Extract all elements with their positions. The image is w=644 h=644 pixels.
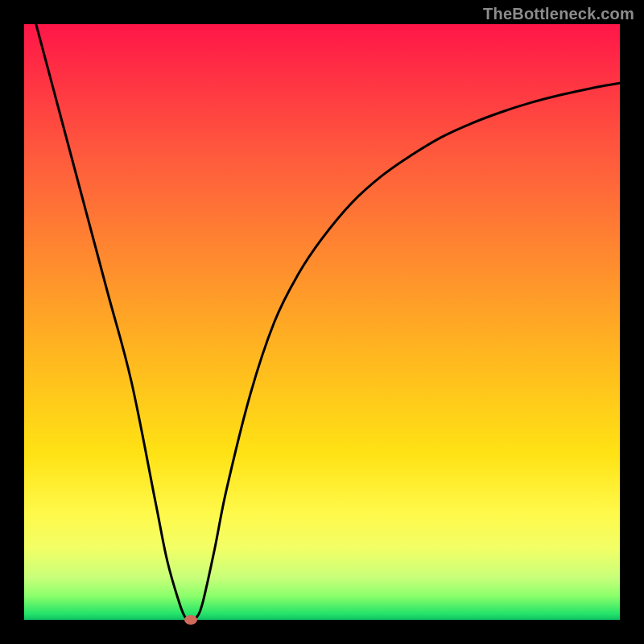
chart-frame: TheBottleneck.com [0,0,644,644]
optimal-point-marker [184,615,197,625]
watermark-text: TheBottleneck.com [483,5,634,23]
curve-svg [24,24,620,620]
plot-area [24,24,620,620]
bottleneck-curve [36,24,620,620]
